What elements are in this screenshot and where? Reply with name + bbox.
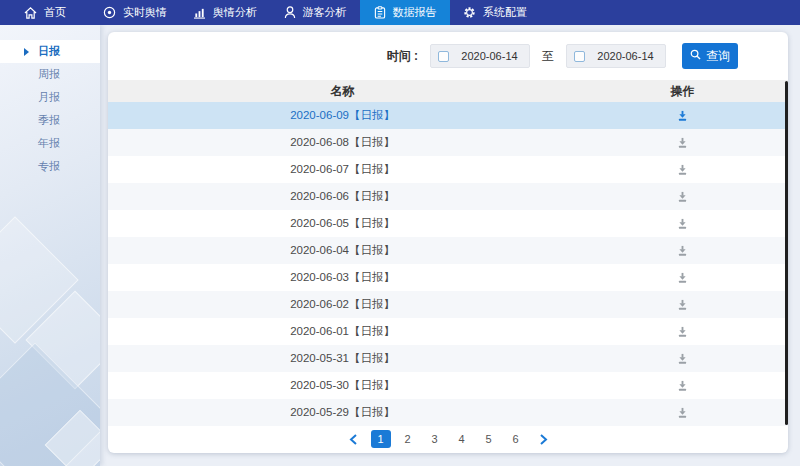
search-button-label: 查询 [706,48,730,65]
pagination: 1 2 3 4 5 6 [108,426,788,452]
download-icon[interactable] [676,218,689,230]
nav-item-label: 首页 [44,5,66,20]
date-range-to-label: 至 [542,48,554,65]
start-date-input[interactable]: 2020-06-14 [430,44,530,68]
report-name-link[interactable]: 2020-05-29【日报】 [108,405,577,420]
active-triangle-icon [24,48,29,56]
report-name-link[interactable]: 2020-06-01【日报】 [108,324,577,339]
nav-item-label: 数据报告 [393,5,437,20]
table-row[interactable]: 2020-06-08【日报】 [108,129,788,156]
download-icon[interactable] [676,272,689,284]
page-button-5[interactable]: 5 [479,430,499,448]
table-row[interactable]: 2020-06-05【日报】 [108,210,788,237]
sidebar-item-daily[interactable]: 日报 [0,40,100,63]
report-name-link[interactable]: 2020-06-03【日报】 [108,270,577,285]
sidebar-item-weekly[interactable]: 周报 [0,63,100,86]
report-name-link[interactable]: 2020-06-08【日报】 [108,135,577,150]
report-name-link[interactable]: 2020-06-04【日报】 [108,243,577,258]
report-name-link[interactable]: 2020-06-05【日报】 [108,216,577,231]
table-row[interactable]: 2020-05-30【日报】 [108,372,788,399]
report-name-link[interactable]: 2020-06-02【日报】 [108,297,577,312]
sidebar-item-special[interactable]: 专报 [0,155,100,178]
download-icon[interactable] [676,245,689,257]
sidebar-item-yearly[interactable]: 年报 [0,132,100,155]
nav-item-analysis[interactable]: 舆情分析 [180,0,270,25]
report-name-link[interactable]: 2020-05-31【日报】 [108,351,577,366]
nav-item-settings[interactable]: 系统配置 [450,0,540,25]
page-button-3[interactable]: 3 [425,430,445,448]
table-row[interactable]: 2020-05-29【日报】 [108,399,788,426]
report-name-link[interactable]: 2020-06-06【日报】 [108,189,577,204]
table-row[interactable]: 2020-05-31【日报】 [108,345,788,372]
nav-item-label: 游客分析 [303,5,347,20]
table-row[interactable]: 2020-06-06【日报】 [108,183,788,210]
prev-page-icon[interactable] [343,434,364,445]
column-header-action: 操作 [577,83,788,100]
start-date-value: 2020-06-14 [457,50,522,62]
vertical-scrollbar[interactable] [785,81,788,425]
eye-icon [103,6,116,19]
main-area: 时间 : 2020-06-14 至 2020-06-14 查询 [100,25,800,466]
sidebar-item-quarterly[interactable]: 季报 [0,109,100,132]
clipboard-icon [374,6,386,19]
download-icon[interactable] [676,353,689,365]
nav-item-label: 系统配置 [483,5,527,20]
home-icon [24,7,37,19]
sidebar-item-label: 周报 [38,68,60,80]
user-icon [284,6,296,19]
table-row[interactable]: 2020-06-07【日报】 [108,156,788,183]
table-row[interactable]: 2020-06-03【日报】 [108,264,788,291]
table-row[interactable]: 2020-06-02【日报】 [108,291,788,318]
sidebar-item-monthly[interactable]: 月报 [0,86,100,109]
download-icon[interactable] [676,299,689,311]
nav-item-home[interactable]: 首页 [0,0,90,25]
download-icon[interactable] [676,164,689,176]
report-name-link[interactable]: 2020-06-09【日报】 [108,108,577,123]
download-icon[interactable] [676,380,689,392]
download-icon[interactable] [676,407,689,419]
bar-chart-icon [193,7,206,19]
page-button-1[interactable]: 1 [371,430,391,448]
search-button[interactable]: 查询 [682,43,738,69]
page-button-2[interactable]: 2 [398,430,418,448]
report-name-link[interactable]: 2020-06-07【日报】 [108,162,577,177]
sidebar-item-label: 专报 [38,160,60,172]
search-icon [690,49,701,63]
table-body: 2020-06-09【日报】 2020-06-08【日报】 2020-06-07… [108,102,788,426]
sidebar: 日报 周报 月报 季报 年报 专报 [0,25,100,466]
page-button-4[interactable]: 4 [452,430,472,448]
calendar-icon [438,51,449,62]
sidebar-item-label: 月报 [38,91,60,103]
download-icon[interactable] [676,326,689,338]
nav-item-visitor[interactable]: 游客分析 [270,0,360,25]
nav-item-report[interactable]: 数据报告 [360,0,450,25]
sidebar-item-label: 季报 [38,114,60,126]
download-icon[interactable] [676,137,689,149]
calendar-icon [574,51,585,62]
table-row[interactable]: 2020-06-09【日报】 [108,102,788,129]
table-row[interactable]: 2020-06-01【日报】 [108,318,788,345]
column-header-name: 名称 [108,83,577,100]
filter-bar: 时间 : 2020-06-14 至 2020-06-14 查询 [108,32,788,80]
sidebar-item-label: 年报 [38,137,60,149]
sidebar-menu: 日报 周报 月报 季报 年报 专报 [0,25,100,178]
download-icon[interactable] [676,191,689,203]
sidebar-item-label: 日报 [38,45,60,57]
nav-item-label: 舆情分析 [213,5,257,20]
report-name-link[interactable]: 2020-05-30【日报】 [108,378,577,393]
time-filter-label: 时间 : [387,48,418,65]
end-date-input[interactable]: 2020-06-14 [566,44,666,68]
gear-icon [463,6,476,19]
download-icon[interactable] [676,110,689,122]
nav-item-realtime[interactable]: 实时舆情 [90,0,180,25]
table-header: 名称 操作 [108,80,788,102]
table-row[interactable]: 2020-06-04【日报】 [108,237,788,264]
end-date-value: 2020-06-14 [593,50,658,62]
app-window: 首页 实时舆情 舆情分析 游客分析 数据报告 [0,0,800,466]
next-page-icon[interactable] [533,434,554,445]
content-card: 时间 : 2020-06-14 至 2020-06-14 查询 [108,32,788,453]
page-button-6[interactable]: 6 [506,430,526,448]
top-navigation: 首页 实时舆情 舆情分析 游客分析 数据报告 [0,0,800,25]
nav-item-label: 实时舆情 [123,5,167,20]
